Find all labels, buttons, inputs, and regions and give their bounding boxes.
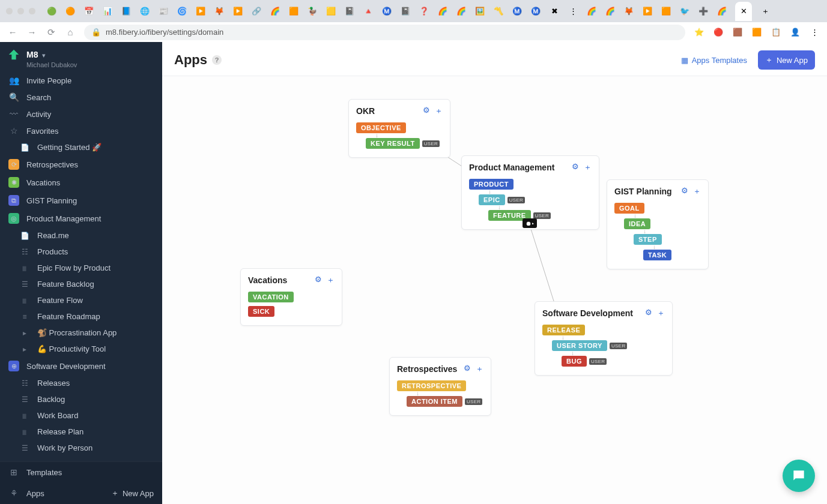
entity-pill[interactable]: PRODUCT [469, 179, 513, 190]
browser-tab[interactable]: 🌈 [716, 6, 727, 17]
sidebar-item[interactable]: ▸🐒 Procrastination App [0, 325, 162, 341]
browser-tab[interactable]: 〽️ [493, 6, 504, 17]
entity-pill[interactable]: OBJECTIVE [356, 122, 406, 133]
new-app-button[interactable]: ＋ New App [758, 50, 815, 70]
browser-toolbar-icon[interactable]: ⭐ [694, 27, 704, 38]
app-card-vacations[interactable]: Vacations⚙＋VACATIONSICK [240, 268, 342, 326]
sidebar-item[interactable]: ✺Vacations [0, 173, 162, 191]
help-icon[interactable]: ? [212, 55, 222, 65]
templates-link[interactable]: ⊞ Templates [0, 462, 162, 482]
browser-tab[interactable]: 🟢 [46, 6, 57, 17]
sidebar-item[interactable]: ⧉GIST Planning [0, 191, 162, 209]
browser-tab[interactable]: ▶️ [232, 6, 243, 17]
entity-pill[interactable]: VACATION [248, 292, 294, 302]
card-settings-icon[interactable]: ⚙ [681, 186, 688, 197]
card-add-icon[interactable]: ＋ [476, 364, 483, 374]
close-window-icon[interactable] [6, 8, 13, 14]
browser-tab[interactable]: 🦊 [214, 6, 225, 17]
card-settings-icon[interactable]: ⚙ [315, 275, 322, 286]
sidebar-item[interactable]: ☷Products [0, 244, 162, 260]
sidebar-item[interactable]: ⊕Software Development [0, 357, 162, 375]
browser-tab[interactable]: 🌈 [270, 6, 280, 17]
browser-tab[interactable]: 📰 [158, 6, 169, 17]
card-add-icon[interactable]: ＋ [584, 162, 592, 173]
entity-pill[interactable]: SICK [248, 306, 274, 317]
card-settings-icon[interactable]: ⚙ [572, 162, 579, 173]
forward-icon[interactable]: → [26, 27, 37, 37]
browser-tab[interactable]: 🐦 [679, 6, 690, 17]
maximize-window-icon[interactable] [29, 8, 35, 14]
browser-tab[interactable]: 🟨 [326, 6, 336, 17]
browser-toolbar-icon[interactable]: ⋮ [809, 27, 820, 38]
apps-canvas[interactable]: OKR⚙＋OBJECTIVE↓KEY RESULTUSER Product Ma… [162, 76, 827, 504]
sidebar-item[interactable]: ☰Backlog [0, 391, 162, 407]
new-tab-button[interactable]: ＋ [760, 6, 771, 17]
sidebar-item[interactable]: ≡Feature Roadmap [0, 308, 162, 325]
card-settings-icon[interactable]: ⚙ [645, 308, 652, 319]
app-card-retrospectives[interactable]: Retrospectives⚙＋RETROSPECTIVE↓ACTION ITE… [389, 357, 491, 416]
browser-tab[interactable]: 🦊 [623, 6, 634, 17]
new-app-sidebar-button[interactable]: ＋ New App [111, 488, 154, 499]
entity-pill[interactable]: BUG [562, 356, 587, 367]
browser-toolbar-icon[interactable]: 👤 [790, 27, 801, 38]
sidebar-item[interactable]: 👥Invite People [0, 72, 162, 89]
sidebar-item[interactable]: ◎Product Management [0, 209, 162, 227]
browser-tab[interactable]: ▶️ [642, 6, 653, 17]
browser-tab[interactable]: 🌈 [456, 6, 467, 17]
browser-tab[interactable]: 🌈 [605, 6, 616, 17]
card-add-icon[interactable]: ＋ [657, 308, 665, 319]
entity-pill[interactable]: STEP [634, 234, 662, 245]
entity-pill[interactable]: GOAL [614, 203, 644, 214]
entity-pill[interactable]: IDEA [624, 218, 650, 229]
app-card-gist-planning[interactable]: GIST Planning⚙＋GOAL↓IDEA↓STEP↓TASK [607, 179, 709, 269]
sidebar-item[interactable]: ⫼Release Plan [0, 424, 162, 440]
browser-tab[interactable]: 🟠 [65, 6, 76, 17]
browser-tab[interactable]: 📅 [83, 6, 94, 17]
entity-pill[interactable]: KEY RESULT [366, 138, 420, 149]
browser-tab[interactable]: Ⓜ️ [381, 6, 392, 17]
browser-tab[interactable]: Ⓜ️ [512, 6, 523, 17]
browser-tab[interactable]: 🟧 [288, 6, 299, 17]
sidebar-item[interactable]: 〰Activity [0, 106, 162, 122]
browser-tab[interactable]: 📘 [121, 6, 132, 17]
card-add-icon[interactable]: ＋ [693, 186, 701, 197]
sidebar-item[interactable]: 📄Getting Started 🚀 [0, 139, 162, 155]
entity-pill[interactable]: USER STORY [552, 340, 607, 351]
browser-tab[interactable]: ❓ [419, 6, 429, 17]
minimize-window-icon[interactable] [17, 8, 24, 14]
browser-tab[interactable]: 🌀 [177, 6, 187, 17]
browser-tab[interactable]: ▶️ [195, 6, 206, 17]
browser-toolbar-icon[interactable]: 🟫 [732, 27, 743, 38]
back-icon[interactable]: ← [7, 27, 18, 37]
reload-icon[interactable]: ⟳ [46, 27, 56, 38]
browser-tab[interactable]: 🟧 [661, 6, 671, 17]
entity-pill[interactable]: ACTION ITEM [407, 396, 462, 407]
entity-pill[interactable]: RELEASE [542, 325, 585, 335]
sidebar-item[interactable]: ☆Favorites [0, 122, 162, 139]
address-bar[interactable]: 🔒 m8.fibery.io/fibery/settings/domain [84, 25, 685, 40]
browser-tab[interactable]: ➕ [698, 6, 709, 17]
card-add-icon[interactable]: ＋ [435, 106, 443, 116]
intercom-launcher[interactable] [783, 460, 815, 492]
browser-tab[interactable]: 🦆 [307, 6, 318, 17]
entity-pill[interactable]: RETROSPECTIVE [397, 380, 466, 391]
sidebar-item[interactable]: ☰Feature Backlog [0, 276, 162, 292]
sidebar-item[interactable]: ⫼Work Board [0, 407, 162, 424]
sidebar-item[interactable]: 〜New Bugs by Week [0, 456, 162, 461]
browser-tab[interactable]: 🌐 [139, 6, 150, 17]
browser-tab[interactable]: Ⓜ️ [530, 6, 541, 17]
browser-tab[interactable]: 📓 [344, 6, 355, 17]
browser-tab[interactable]: 🔗 [251, 6, 262, 17]
browser-toolbar-icon[interactable]: 🟧 [751, 27, 762, 38]
browser-tab[interactable]: 📊 [102, 6, 113, 17]
sidebar-item[interactable]: 🔍Search [0, 89, 162, 106]
browser-tab[interactable]: 🔺 [363, 6, 374, 17]
apps-link[interactable]: ⚘ Apps [8, 488, 44, 498]
browser-tab[interactable]: 🌈 [437, 6, 448, 17]
home-icon[interactable]: ⌂ [65, 27, 76, 37]
entity-pill[interactable]: EPIC [479, 194, 505, 205]
app-card-software-development[interactable]: Software Development⚙＋RELEASE↓USER STORY… [535, 301, 673, 376]
app-card-okr[interactable]: OKR⚙＋OBJECTIVE↓KEY RESULTUSER [348, 99, 450, 158]
sidebar-item[interactable]: ⫼Feature Flow [0, 292, 162, 308]
browser-toolbar-icon[interactable]: 📋 [771, 27, 781, 38]
